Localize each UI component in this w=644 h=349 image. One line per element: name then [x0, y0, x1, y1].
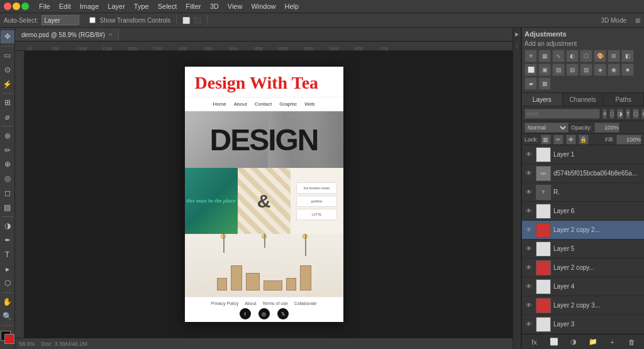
hsl-icon[interactable]: 🎨: [594, 50, 606, 62]
pen-tool[interactable]: ✒: [1, 234, 14, 247]
marquee-tool[interactable]: ▭: [1, 49, 14, 62]
tab-channels[interactable]: Channels: [563, 93, 604, 106]
layer-item[interactable]: 👁 Layer 2 copy 2...: [522, 221, 644, 240]
clone-tool[interactable]: ⊕: [1, 158, 14, 171]
vibrance-icon[interactable]: ⬡: [580, 50, 592, 62]
layer-item[interactable]: 👁 Layer 5: [522, 240, 644, 258]
layer-item[interactable]: 👁 IMG d574b5f015bcba064b8e65a...: [522, 164, 644, 183]
path-select[interactable]: ▸: [1, 262, 14, 275]
menu-3d[interactable]: 3D: [206, 1, 223, 11]
layers-search-input[interactable]: [525, 109, 600, 119]
delete-layer-button[interactable]: 🗑: [626, 336, 638, 348]
footer-privacy[interactable]: Privacy Policy: [211, 301, 239, 306]
threshold-icon[interactable]: ▧: [580, 64, 592, 76]
menu-help[interactable]: Help: [281, 1, 303, 11]
filter-pixel-btn[interactable]: □: [609, 109, 614, 119]
invert-icon[interactable]: ◉: [608, 64, 620, 76]
win-close[interactable]: [4, 3, 11, 10]
menu-image[interactable]: Image: [76, 1, 103, 11]
create-group-button[interactable]: 📁: [587, 336, 599, 348]
distribute-icon[interactable]: ⬛: [194, 17, 201, 24]
lock-all-btn[interactable]: 🔒: [579, 135, 589, 145]
curves-icon[interactable]: ∿: [552, 50, 565, 62]
quick-select[interactable]: ⚡: [1, 77, 14, 91]
tab-close-button[interactable]: ×: [109, 31, 112, 38]
footer-terms[interactable]: Terms of use: [262, 301, 287, 306]
layers-list[interactable]: 👁 Layer 1 👁 IMG d574b5f015bcba064b8e65a.…: [522, 145, 644, 334]
brightness-icon[interactable]: ☀: [525, 50, 537, 62]
hand-tool[interactable]: ✋: [1, 296, 14, 309]
color-bal-icon[interactable]: ⊞: [608, 50, 620, 62]
layer-visibility-toggle[interactable]: 👁: [525, 150, 533, 159]
shape-tool[interactable]: ⬡: [1, 277, 14, 290]
layer-visibility-toggle[interactable]: 👁: [525, 320, 533, 329]
eyedropper-tool[interactable]: ⌀: [1, 111, 14, 124]
nav-contact[interactable]: Contact: [255, 101, 272, 107]
spot-heal-tool[interactable]: ⊛: [1, 129, 14, 142]
tool-select[interactable]: [42, 15, 79, 25]
nav-web[interactable]: Web: [304, 101, 314, 107]
filter-adjust-btn[interactable]: ◑: [617, 109, 623, 119]
levels-icon[interactable]: ▦: [538, 50, 551, 62]
exposure-icon[interactable]: ◐: [566, 50, 579, 62]
layer-item[interactable]: 👁 Layer 4: [522, 277, 644, 296]
crop-tool[interactable]: ⊞: [1, 96, 14, 109]
menu-layer[interactable]: Layer: [104, 1, 129, 11]
pattern-fill-icon[interactable]: ▦: [538, 77, 551, 90]
history-tool[interactable]: ◎: [1, 172, 14, 186]
layer-item[interactable]: 👁 Layer 2 copy 3...: [522, 296, 644, 315]
layer-item[interactable]: 👁 Layer 6: [522, 202, 644, 221]
layer-item[interactable]: 👁 Layer 3: [522, 315, 644, 334]
solid-color-icon[interactable]: ■: [621, 64, 634, 76]
instagram-icon[interactable]: ◎: [258, 308, 270, 319]
bw-icon[interactable]: ◧: [621, 50, 634, 62]
transform-checkbox[interactable]: [89, 17, 96, 23]
nav-graphic[interactable]: Graphic: [279, 101, 297, 107]
menu-type[interactable]: Type: [130, 1, 153, 11]
footer-about[interactable]: About: [245, 301, 256, 306]
layer-visibility-toggle[interactable]: 👁: [525, 301, 533, 310]
menu-edit[interactable]: Edit: [55, 1, 75, 11]
move-tool[interactable]: ✥: [1, 30, 14, 43]
brush-tool[interactable]: ✏: [1, 143, 14, 157]
opacity-input[interactable]: [594, 123, 619, 133]
background-color[interactable]: [4, 334, 14, 344]
eraser-tool[interactable]: ◻: [1, 186, 14, 199]
channel-mix-icon[interactable]: ▣: [538, 64, 551, 76]
layer-item[interactable]: 👁 Layer 1: [522, 145, 644, 164]
add-adjustment-button[interactable]: ◑: [568, 336, 579, 348]
tab-layers[interactable]: Layers: [522, 93, 563, 106]
type-tool[interactable]: T: [1, 248, 14, 261]
lock-pixels-btn[interactable]: ✏: [553, 135, 564, 145]
gradient-tool[interactable]: ▨: [1, 201, 14, 214]
dodge-tool[interactable]: ◑: [1, 219, 14, 233]
menu-file[interactable]: File: [35, 1, 54, 11]
create-layer-button[interactable]: +: [607, 336, 618, 348]
gradient-map-icon[interactable]: ▨: [552, 64, 565, 76]
nav-about[interactable]: About: [234, 101, 247, 107]
layer-visibility-toggle[interactable]: 👁: [525, 263, 533, 272]
layer-visibility-toggle[interactable]: 👁: [525, 226, 533, 235]
mini-btn-2[interactable]: ⋮: [513, 42, 521, 49]
layer-visibility-toggle[interactable]: 👁: [525, 188, 533, 197]
zoom-tool[interactable]: 🔍: [1, 309, 14, 323]
arrange-icon[interactable]: ⊞: [635, 17, 640, 24]
lasso-tool[interactable]: ⊙: [1, 63, 14, 76]
layer-item[interactable]: 👁 Layer 2 copy...: [522, 258, 644, 277]
facebook-icon[interactable]: f: [240, 308, 251, 319]
photo-filter-icon[interactable]: ⬜: [525, 64, 537, 76]
menu-filter[interactable]: Filter: [182, 1, 204, 11]
twitter-icon[interactable]: 𝕏: [277, 308, 289, 319]
lock-position-btn[interactable]: ✥: [566, 135, 576, 145]
add-fx-button[interactable]: fx: [529, 336, 540, 348]
filter-shape-btn[interactable]: ⬡: [633, 109, 639, 119]
layer-visibility-toggle[interactable]: 👁: [525, 169, 533, 178]
lock-transparent-btn[interactable]: ▦: [541, 135, 551, 145]
layer-item[interactable]: 👁 T R.: [522, 183, 644, 202]
nav-home[interactable]: Home: [213, 101, 226, 107]
win-max[interactable]: [21, 3, 29, 10]
menu-window[interactable]: Window: [247, 1, 279, 11]
document-tab[interactable]: demo.psd @ 58.9% (RGB/8#) ×: [15, 28, 119, 41]
filter-kind-btn[interactable]: ≡: [602, 109, 607, 119]
layer-visibility-toggle[interactable]: 👁: [525, 245, 533, 253]
